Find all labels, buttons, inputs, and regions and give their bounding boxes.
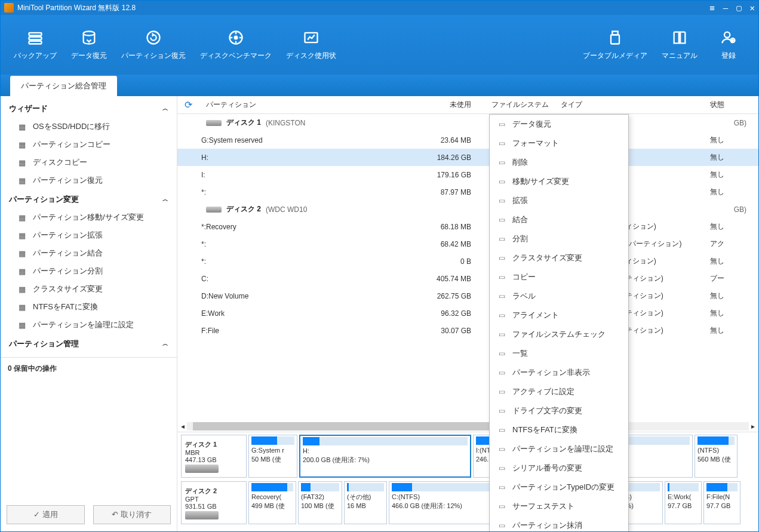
context-menu-item[interactable]: ▭移動/サイズ変更 (490, 172, 628, 191)
context-menu-item[interactable]: ▭クラスタサイズ変更 (490, 248, 628, 267)
sidebar-item[interactable]: ▦NTFSをFATに変換 (1, 298, 177, 316)
titlebar[interactable]: MiniTool Partition Wizard 無料版 12.8 ≡ — ▢… (1, 1, 758, 15)
diskmap-partition[interactable]: (その他)16 MB (344, 481, 387, 524)
partition-row[interactable]: H: 184.26 GB NTFS プライマリ 無し (177, 149, 758, 166)
diskmap-partition[interactable]: E:Work(97.7 GB (665, 481, 702, 524)
diskmap-partition[interactable]: Recovery(499 MB (使 (248, 481, 296, 524)
sidebar-item[interactable]: ▦パーティションコピー (1, 136, 177, 153)
context-menu-item[interactable]: ▭コピー (490, 267, 628, 287)
sidebar-item[interactable]: ▦パーティション拡張 (1, 226, 177, 244)
sidebar-item[interactable]: ▦クラスタサイズ変更 (1, 280, 177, 298)
sidebar-item[interactable]: ▦パーティション移動/サイズ変更 (1, 208, 177, 226)
action-icon: ▦ (17, 230, 27, 240)
sidebar-group-header[interactable]: パーティション管理︿ (1, 334, 177, 353)
menu-item-icon: ▭ (497, 406, 506, 416)
diskmap-partition[interactable]: (FAT32)100 MB (使 (298, 481, 342, 524)
menu-item-label: アライメント (512, 310, 559, 321)
scroll-right-icon[interactable]: ▸ (751, 422, 755, 430)
context-menu-item[interactable]: ▭結合 (490, 210, 628, 229)
col-unused[interactable]: 未使用 (429, 100, 483, 110)
context-menu-item[interactable]: ▭パーティションを論理に設定 (490, 439, 628, 459)
svg-point-3 (84, 31, 95, 35)
minimize-button[interactable]: — (723, 3, 728, 13)
sidebar-item[interactable]: ▦パーティションを論理に設定 (1, 316, 177, 334)
diskmap-partition[interactable]: F:File(N97.7 GB (703, 481, 740, 524)
diskmap-label[interactable]: ディスク 1MBR447.13 GB (181, 435, 247, 478)
sidebar-group-header[interactable]: パーティション変更︿ (1, 189, 177, 208)
partition-row[interactable]: *: 87.97 MB NTFS プライマリ 無し (177, 183, 758, 201)
sidebar-group-header[interactable]: ウィザード︿ (1, 99, 177, 118)
diskmap-partition[interactable]: G:System r50 MB (使 (248, 435, 297, 478)
sidebar-item[interactable]: ▦パーティション復元 (1, 171, 177, 189)
partition-row[interactable]: C: 405.74 MB NTFS GPT (データパーティション) ブー (177, 270, 758, 287)
context-menu-item[interactable]: ▭パーティション抹消 (490, 516, 628, 531)
context-menu-item[interactable]: ▭ファイルシステムチェック (490, 325, 628, 344)
sidebar-item[interactable]: ▦パーティション分割 (1, 262, 177, 280)
sidebar-item[interactable]: ▦ディスクコピー (1, 153, 177, 171)
toolbar-partition-recovery[interactable]: パーティション復元 (114, 26, 193, 64)
toolbar-manual[interactable]: マニュアル (654, 26, 705, 64)
diskmap-partition[interactable]: (NTFS)560 MB (使 (695, 435, 738, 478)
toolbar-label: ディスク使用状 (286, 51, 336, 61)
partition-row[interactable]: I: 179.16 GB NTFS プライマリ 無し (177, 166, 758, 183)
partition-row[interactable]: D:New Volume 262.75 GB NTFS GPT (データパーティ… (177, 287, 758, 305)
partition-row[interactable]: G:System reserved 23.64 MB NTFS プライマリ 無し (177, 131, 758, 149)
menu-icon[interactable]: ≡ (709, 3, 714, 13)
apply-button[interactable]: ✓ 適用 (7, 505, 85, 524)
context-menu-item[interactable]: ▭データ復元 (490, 115, 628, 134)
toolbar-benchmark[interactable]: ディスクベンチマーク (193, 26, 279, 64)
toolbar-bootable-media[interactable]: ブータブルメディア (576, 26, 654, 64)
toolbar-disk-usage[interactable]: ディスク使用状 (279, 26, 343, 64)
col-status[interactable]: 状態 (710, 100, 728, 110)
svg-point-10 (724, 32, 730, 37)
scroll-left-icon[interactable]: ◂ (181, 422, 185, 430)
col-filesystem[interactable]: ファイルシステム (483, 100, 561, 110)
menu-item-icon: ▭ (497, 234, 506, 244)
sidebar-item[interactable]: ▦パーティション結合 (1, 244, 177, 262)
sidebar-item[interactable]: ▦OSをSSD/HDDに移行 (1, 118, 177, 136)
refresh-icon[interactable]: ⟳ (185, 99, 192, 110)
toolbar-backup[interactable]: バックアップ (7, 26, 64, 64)
context-menu-item[interactable]: ▭ドライブ文字の変更 (490, 401, 628, 420)
tab-partition-manager[interactable]: パーティション総合管理 (10, 76, 117, 96)
context-menu-item[interactable]: ▭パーティション非表示 (490, 363, 628, 382)
col-type[interactable]: タイプ (561, 100, 710, 110)
context-menu-item[interactable]: ▭一覧 (490, 344, 628, 363)
sidebar-item[interactable]: ▦パーティション削除 (1, 353, 177, 357)
context-menu-item[interactable]: ▭NTFSをFATに変換 (490, 420, 628, 439)
svg-rect-9 (611, 35, 619, 44)
toolbar-label: データ復元 (71, 51, 107, 61)
menu-item-icon: ▭ (497, 158, 506, 167)
context-menu-item[interactable]: ▭アライメント (490, 306, 628, 325)
context-menu-item[interactable]: ▭ラベル (490, 287, 628, 306)
disk-header-row[interactable]: ディスク 2(WDC WD10GB) (177, 201, 758, 218)
partition-row[interactable]: *: 68.42 MB FAT32 GPT (EFIシステムパーティション) ア… (177, 235, 758, 253)
diskmap-partition[interactable]: H:200.0 GB (使用済: 7%) (299, 435, 471, 478)
context-menu-item[interactable]: ▭削除 (490, 153, 628, 172)
menu-item-icon: ▭ (497, 196, 506, 205)
partition-row[interactable]: *:Recovery 68.18 MB NTFS GPT (復元パーティション)… (177, 218, 758, 235)
context-menu-item[interactable]: ▭パーティションTypeIDの変更 (490, 478, 628, 497)
context-menu-item[interactable]: ▭分割 (490, 229, 628, 248)
menu-item-icon: ▭ (497, 425, 506, 435)
toolbar-data-recovery[interactable]: データ復元 (64, 26, 114, 64)
toolbar-register[interactable]: 登録 (705, 26, 752, 64)
menu-item-label: アクティブに設定 (512, 386, 574, 397)
context-menu-item[interactable]: ▭アクティブに設定 (490, 382, 628, 401)
app-title: MiniTool Partition Wizard 無料版 12.8 (17, 3, 136, 13)
partition-row[interactable]: *: 0 B その他 GPT (予約パーティション) 無し (177, 253, 758, 270)
context-menu-item[interactable]: ▭フォーマット (490, 134, 628, 153)
diskmap-label[interactable]: ディスク 2GPT931.51 GB (181, 481, 247, 524)
close-button[interactable]: ✕ (750, 3, 755, 13)
horizontal-scrollbar[interactable]: ◂ ▸ (177, 421, 758, 432)
undo-button[interactable]: ↶ 取り消す (93, 505, 171, 524)
menu-item-icon: ▭ (497, 330, 506, 339)
context-menu-item[interactable]: ▭シリアル番号の変更 (490, 459, 628, 478)
maximize-button[interactable]: ▢ (736, 3, 741, 13)
disk-header-row[interactable]: ディスク 1(KINGSTONGB) (177, 114, 758, 131)
context-menu-item[interactable]: ▭サーフェステスト (490, 497, 628, 516)
partition-row[interactable]: E:Work 96.32 GB NTFS GPT (データパーティション) 無し (177, 305, 758, 322)
partition-row[interactable]: F:File 30.07 GB NTFS GPT (データパーティション) 無し (177, 322, 758, 339)
context-menu-item[interactable]: ▭拡張 (490, 191, 628, 210)
col-partition[interactable]: パーティション (206, 100, 256, 110)
